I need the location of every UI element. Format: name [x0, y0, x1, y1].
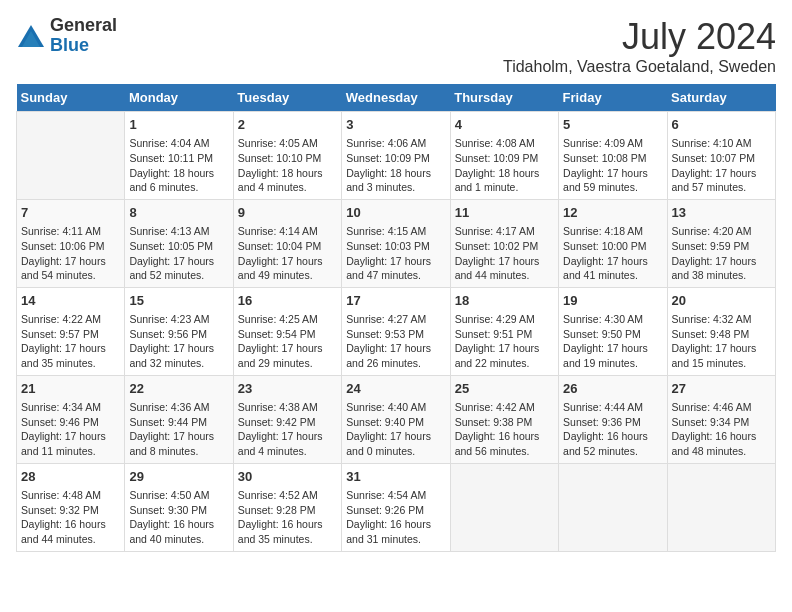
header-saturday: Saturday: [667, 84, 775, 112]
calendar-cell: 15Sunrise: 4:23 AM Sunset: 9:56 PM Dayli…: [125, 287, 233, 375]
day-number: 25: [455, 380, 554, 398]
calendar-cell: 11Sunrise: 4:17 AM Sunset: 10:02 PM Dayl…: [450, 199, 558, 287]
day-number: 23: [238, 380, 337, 398]
day-number: 17: [346, 292, 445, 310]
day-info: Sunrise: 4:32 AM Sunset: 9:48 PM Dayligh…: [672, 312, 771, 371]
day-info: Sunrise: 4:13 AM Sunset: 10:05 PM Daylig…: [129, 224, 228, 283]
calendar-cell: 28Sunrise: 4:48 AM Sunset: 9:32 PM Dayli…: [17, 463, 125, 551]
header-friday: Friday: [559, 84, 667, 112]
month-title: July 2024: [503, 16, 776, 58]
day-info: Sunrise: 4:20 AM Sunset: 9:59 PM Dayligh…: [672, 224, 771, 283]
day-number: 13: [672, 204, 771, 222]
day-number: 14: [21, 292, 120, 310]
day-info: Sunrise: 4:11 AM Sunset: 10:06 PM Daylig…: [21, 224, 120, 283]
day-info: Sunrise: 4:42 AM Sunset: 9:38 PM Dayligh…: [455, 400, 554, 459]
day-number: 16: [238, 292, 337, 310]
location-title: Tidaholm, Vaestra Goetaland, Sweden: [503, 58, 776, 76]
day-number: 7: [21, 204, 120, 222]
day-number: 28: [21, 468, 120, 486]
page-header: General Blue July 2024 Tidaholm, Vaestra…: [16, 16, 776, 76]
day-number: 4: [455, 116, 554, 134]
day-info: Sunrise: 4:36 AM Sunset: 9:44 PM Dayligh…: [129, 400, 228, 459]
day-info: Sunrise: 4:29 AM Sunset: 9:51 PM Dayligh…: [455, 312, 554, 371]
calendar-cell: 17Sunrise: 4:27 AM Sunset: 9:53 PM Dayli…: [342, 287, 450, 375]
day-info: Sunrise: 4:04 AM Sunset: 10:11 PM Daylig…: [129, 136, 228, 195]
calendar-cell: 29Sunrise: 4:50 AM Sunset: 9:30 PM Dayli…: [125, 463, 233, 551]
day-info: Sunrise: 4:08 AM Sunset: 10:09 PM Daylig…: [455, 136, 554, 195]
day-number: 3: [346, 116, 445, 134]
calendar-cell: 22Sunrise: 4:36 AM Sunset: 9:44 PM Dayli…: [125, 375, 233, 463]
calendar-cell: [667, 463, 775, 551]
calendar-week-5: 28Sunrise: 4:48 AM Sunset: 9:32 PM Dayli…: [17, 463, 776, 551]
calendar-cell: 16Sunrise: 4:25 AM Sunset: 9:54 PM Dayli…: [233, 287, 341, 375]
logo-blue: Blue: [50, 36, 117, 56]
calendar-cell: 21Sunrise: 4:34 AM Sunset: 9:46 PM Dayli…: [17, 375, 125, 463]
day-info: Sunrise: 4:48 AM Sunset: 9:32 PM Dayligh…: [21, 488, 120, 547]
calendar-week-4: 21Sunrise: 4:34 AM Sunset: 9:46 PM Dayli…: [17, 375, 776, 463]
calendar-week-2: 7Sunrise: 4:11 AM Sunset: 10:06 PM Dayli…: [17, 199, 776, 287]
day-number: 11: [455, 204, 554, 222]
calendar-cell: 10Sunrise: 4:15 AM Sunset: 10:03 PM Dayl…: [342, 199, 450, 287]
day-info: Sunrise: 4:10 AM Sunset: 10:07 PM Daylig…: [672, 136, 771, 195]
day-info: Sunrise: 4:05 AM Sunset: 10:10 PM Daylig…: [238, 136, 337, 195]
day-info: Sunrise: 4:40 AM Sunset: 9:40 PM Dayligh…: [346, 400, 445, 459]
logo-general: General: [50, 16, 117, 36]
day-number: 29: [129, 468, 228, 486]
calendar-table: SundayMondayTuesdayWednesdayThursdayFrid…: [16, 84, 776, 552]
calendar-cell: [17, 112, 125, 200]
header-wednesday: Wednesday: [342, 84, 450, 112]
calendar-cell: 4Sunrise: 4:08 AM Sunset: 10:09 PM Dayli…: [450, 112, 558, 200]
day-number: 18: [455, 292, 554, 310]
calendar-cell: 26Sunrise: 4:44 AM Sunset: 9:36 PM Dayli…: [559, 375, 667, 463]
calendar-cell: [559, 463, 667, 551]
logo: General Blue: [16, 16, 117, 56]
day-info: Sunrise: 4:27 AM Sunset: 9:53 PM Dayligh…: [346, 312, 445, 371]
day-number: 22: [129, 380, 228, 398]
day-info: Sunrise: 4:15 AM Sunset: 10:03 PM Daylig…: [346, 224, 445, 283]
calendar-cell: 14Sunrise: 4:22 AM Sunset: 9:57 PM Dayli…: [17, 287, 125, 375]
title-section: July 2024 Tidaholm, Vaestra Goetaland, S…: [503, 16, 776, 76]
day-info: Sunrise: 4:52 AM Sunset: 9:28 PM Dayligh…: [238, 488, 337, 547]
header-sunday: Sunday: [17, 84, 125, 112]
calendar-cell: 5Sunrise: 4:09 AM Sunset: 10:08 PM Dayli…: [559, 112, 667, 200]
calendar-cell: 13Sunrise: 4:20 AM Sunset: 9:59 PM Dayli…: [667, 199, 775, 287]
day-info: Sunrise: 4:50 AM Sunset: 9:30 PM Dayligh…: [129, 488, 228, 547]
calendar-cell: 7Sunrise: 4:11 AM Sunset: 10:06 PM Dayli…: [17, 199, 125, 287]
calendar-week-3: 14Sunrise: 4:22 AM Sunset: 9:57 PM Dayli…: [17, 287, 776, 375]
calendar-cell: 12Sunrise: 4:18 AM Sunset: 10:00 PM Dayl…: [559, 199, 667, 287]
day-info: Sunrise: 4:17 AM Sunset: 10:02 PM Daylig…: [455, 224, 554, 283]
day-number: 24: [346, 380, 445, 398]
calendar-header-row: SundayMondayTuesdayWednesdayThursdayFrid…: [17, 84, 776, 112]
day-number: 6: [672, 116, 771, 134]
day-info: Sunrise: 4:34 AM Sunset: 9:46 PM Dayligh…: [21, 400, 120, 459]
day-number: 19: [563, 292, 662, 310]
day-number: 2: [238, 116, 337, 134]
day-info: Sunrise: 4:44 AM Sunset: 9:36 PM Dayligh…: [563, 400, 662, 459]
header-thursday: Thursday: [450, 84, 558, 112]
day-number: 10: [346, 204, 445, 222]
day-number: 21: [21, 380, 120, 398]
day-number: 8: [129, 204, 228, 222]
day-number: 12: [563, 204, 662, 222]
day-number: 5: [563, 116, 662, 134]
day-number: 26: [563, 380, 662, 398]
day-number: 1: [129, 116, 228, 134]
day-number: 20: [672, 292, 771, 310]
calendar-cell: 27Sunrise: 4:46 AM Sunset: 9:34 PM Dayli…: [667, 375, 775, 463]
header-monday: Monday: [125, 84, 233, 112]
calendar-cell: 9Sunrise: 4:14 AM Sunset: 10:04 PM Dayli…: [233, 199, 341, 287]
day-info: Sunrise: 4:09 AM Sunset: 10:08 PM Daylig…: [563, 136, 662, 195]
calendar-cell: 19Sunrise: 4:30 AM Sunset: 9:50 PM Dayli…: [559, 287, 667, 375]
day-number: 31: [346, 468, 445, 486]
calendar-cell: 25Sunrise: 4:42 AM Sunset: 9:38 PM Dayli…: [450, 375, 558, 463]
day-info: Sunrise: 4:46 AM Sunset: 9:34 PM Dayligh…: [672, 400, 771, 459]
calendar-cell: 30Sunrise: 4:52 AM Sunset: 9:28 PM Dayli…: [233, 463, 341, 551]
day-info: Sunrise: 4:38 AM Sunset: 9:42 PM Dayligh…: [238, 400, 337, 459]
calendar-cell: 3Sunrise: 4:06 AM Sunset: 10:09 PM Dayli…: [342, 112, 450, 200]
day-info: Sunrise: 4:06 AM Sunset: 10:09 PM Daylig…: [346, 136, 445, 195]
day-number: 15: [129, 292, 228, 310]
logo-icon: [16, 21, 46, 51]
calendar-cell: 23Sunrise: 4:38 AM Sunset: 9:42 PM Dayli…: [233, 375, 341, 463]
calendar-cell: 1Sunrise: 4:04 AM Sunset: 10:11 PM Dayli…: [125, 112, 233, 200]
header-tuesday: Tuesday: [233, 84, 341, 112]
